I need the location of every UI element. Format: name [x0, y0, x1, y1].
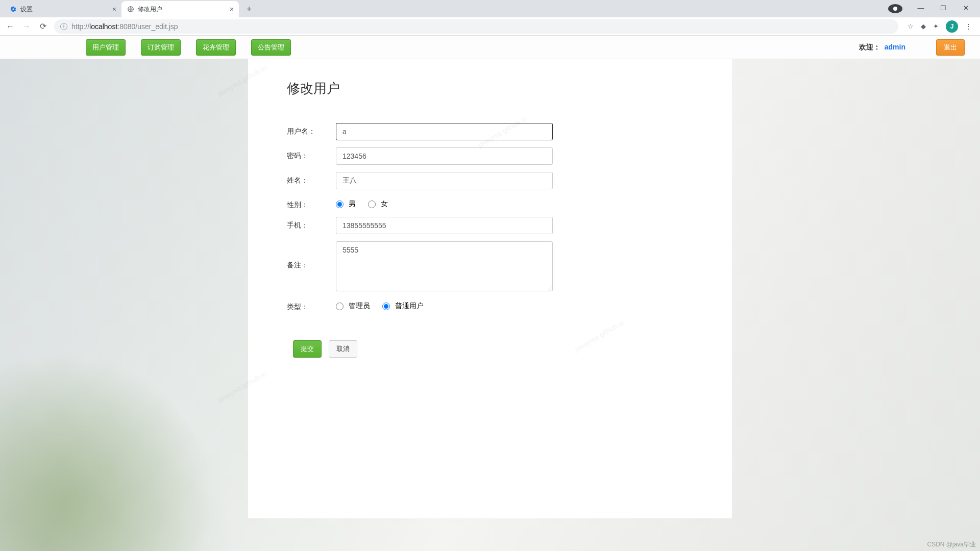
input-realname[interactable] [336, 172, 553, 189]
browser-window: 设置 × 修改用户 × + — ☐ ✕ ← → ⟳ i http://local… [0, 0, 980, 551]
close-icon[interactable]: × [230, 5, 234, 13]
label-remark: 备注： [287, 241, 336, 270]
input-username[interactable] [336, 123, 553, 140]
label-realname: 姓名： [287, 172, 336, 185]
action-row: 提交 取消 [287, 340, 693, 358]
address-bar: ← → ⟳ i http://localhost:8080/user_edit.… [0, 17, 980, 36]
page-viewport: 用户管理 订购管理 花卉管理 公告管理 欢迎： admin 退出 修改用户 用户… [0, 36, 980, 551]
star-icon[interactable]: ☆ [908, 22, 914, 30]
close-window-icon[interactable]: ✕ [959, 4, 973, 13]
url-text: http://localhost:8080/user_edit.jsp [71, 22, 178, 31]
label-username: 用户名： [287, 123, 336, 136]
nav-user-mgmt[interactable]: 用户管理 [86, 39, 126, 56]
row-phone: 手机： [287, 217, 693, 234]
label-gender: 性别： [287, 196, 336, 210]
row-username: 用户名： [287, 123, 693, 140]
radio-normal-user[interactable] [382, 303, 390, 310]
url-input[interactable]: i http://localhost:8080/user_edit.jsp [54, 19, 898, 34]
new-tab-button[interactable]: + [242, 2, 256, 16]
nav-order-mgmt[interactable]: 订购管理 [141, 39, 181, 56]
tab-title: 设置 [20, 5, 33, 14]
label-phone: 手机： [287, 217, 336, 230]
profile-icon[interactable] [888, 4, 902, 13]
menu-icon[interactable]: ⋮ [965, 22, 972, 30]
row-password: 密码： [287, 147, 693, 165]
gear-icon [9, 5, 17, 13]
close-icon[interactable]: × [112, 5, 116, 13]
welcome-user-link[interactable]: admin [885, 43, 905, 51]
extension-icon[interactable]: ◆ [921, 22, 926, 30]
tab-title: 修改用户 [138, 5, 162, 14]
label-password: 密码： [287, 147, 336, 161]
submit-button[interactable]: 提交 [293, 340, 322, 358]
footer-watermark: CSDN @java毕业 [927, 540, 976, 549]
row-realname: 姓名： [287, 172, 693, 189]
label-admin: 管理员 [349, 302, 370, 311]
label-female: 女 [381, 199, 388, 209]
svg-point-1 [893, 7, 897, 11]
row-gender: 性别： 男 女 [287, 196, 693, 210]
textarea-remark[interactable]: 5555 [336, 241, 553, 291]
radio-admin[interactable] [336, 303, 344, 310]
label-male: 男 [349, 199, 356, 209]
nav-buttons: 用户管理 订购管理 花卉管理 公告管理 [86, 39, 291, 56]
forward-icon[interactable]: → [21, 21, 32, 32]
top-nav-bar: 用户管理 订购管理 花卉管理 公告管理 欢迎： admin 退出 [0, 36, 980, 59]
welcome-text: 欢迎： admin [859, 43, 905, 52]
reload-icon[interactable]: ⟳ [38, 21, 48, 32]
row-remark: 备注： 5555 [287, 241, 693, 291]
site-info-icon[interactable]: i [60, 23, 67, 30]
logout-button[interactable]: 退出 [936, 39, 965, 56]
back-icon[interactable]: ← [5, 21, 15, 32]
radio-female[interactable] [368, 201, 376, 208]
tab-settings[interactable]: 设置 × [4, 1, 121, 17]
tab-edit-user[interactable]: 修改用户 × [121, 1, 239, 17]
avatar[interactable]: J [946, 20, 958, 33]
radio-male[interactable] [336, 201, 344, 208]
nav-flower-mgmt[interactable]: 花卉管理 [196, 39, 236, 56]
window-controls: — ☐ ✕ [888, 4, 980, 17]
content-panel: 修改用户 用户名： 密码： 姓名： 性别： 男 女 手机： [248, 59, 732, 518]
minimize-icon[interactable]: — [914, 4, 928, 13]
label-normal-user: 普通用户 [395, 302, 424, 311]
row-type: 类型： 管理员 普通用户 [287, 298, 693, 312]
input-phone[interactable] [336, 217, 553, 234]
maximize-icon[interactable]: ☐ [936, 4, 950, 13]
nav-notice-mgmt[interactable]: 公告管理 [251, 39, 291, 56]
extensions-puzzle-icon[interactable]: ✦ [933, 22, 939, 30]
tab-strip: 设置 × 修改用户 × + — ☐ ✕ [0, 0, 980, 17]
type-options: 管理员 普通用户 [336, 298, 431, 311]
globe-icon [127, 5, 135, 13]
cancel-button[interactable]: 取消 [329, 340, 357, 358]
input-password[interactable] [336, 147, 553, 165]
label-type: 类型： [287, 298, 336, 312]
gender-options: 男 女 [336, 196, 395, 209]
page-title: 修改用户 [287, 80, 693, 97]
toolbar-right: ☆ ◆ ✦ J ⋮ [904, 20, 975, 33]
